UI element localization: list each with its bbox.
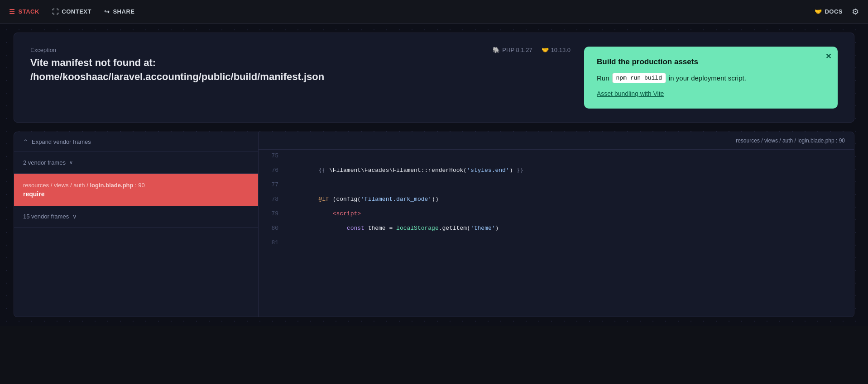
- active-frame-path: resources / views / auth / login.blade.p…: [23, 182, 249, 189]
- code-line-75: 75: [259, 150, 854, 164]
- exception-left: Exception 🐘 PHP 8.1.27 🤝 10.13.0 Vite ma…: [30, 47, 571, 84]
- line-number-81: 81: [259, 237, 286, 251]
- code-path: resources / views / auth / login.blade.p…: [736, 137, 845, 144]
- tooltip-body-suffix: in your deployment script.: [669, 74, 746, 82]
- active-frame[interactable]: resources / views / auth / login.blade.p…: [14, 174, 258, 206]
- vendor-frames-item-2[interactable]: 15 vendor frames ∨: [14, 206, 258, 228]
- code-header: resources / views / auth / login.blade.p…: [259, 132, 854, 150]
- settings-button[interactable]: ⚙: [852, 7, 859, 17]
- gear-icon: ⚙: [852, 7, 859, 16]
- line-content-75: [286, 150, 854, 164]
- docs-icon: 🤝: [815, 8, 822, 15]
- line-number-75: 75: [259, 150, 286, 164]
- line-content-80: const theme = localStorage.getItem('them…: [286, 222, 854, 237]
- share-icon: ↪: [104, 8, 110, 15]
- chevron-down-icon-2: ∨: [72, 213, 77, 220]
- bottom-panel: ⌃ Expand vendor frames 2 vendor frames ∨…: [14, 132, 854, 317]
- tooltip-code: npm run build: [612, 73, 666, 83]
- chevron-down-icon: ∨: [69, 160, 73, 166]
- exception-title: Vite manifest not found at: /home/koosha…: [30, 56, 571, 84]
- code-line-76: 76 {{ \Filament\Facades\Filament::render…: [259, 164, 854, 179]
- php-version: 🐘 PHP 8.1.27: [493, 47, 532, 53]
- docs-button[interactable]: 🤝 DOCS: [815, 8, 843, 15]
- context-label: CONTEXT: [62, 8, 91, 15]
- nav-left: ☰ STACK ⛶ CONTEXT ↪ SHARE: [9, 8, 134, 15]
- context-icon: ⛶: [52, 8, 59, 15]
- vendor-frames-item-1[interactable]: 2 vendor frames ∨: [14, 152, 258, 174]
- laravel-icon: 🤝: [542, 47, 549, 53]
- line-number-76: 76: [259, 164, 286, 179]
- stack-nav-item[interactable]: ☰ STACK: [9, 8, 39, 15]
- laravel-version: 🤝 10.13.0: [542, 47, 571, 53]
- exception-label: Exception: [30, 47, 56, 53]
- exception-meta: Exception 🐘 PHP 8.1.27 🤝 10.13.0: [30, 47, 571, 53]
- line-content-76: {{ \Filament\Facades\Filament::renderHoo…: [286, 164, 854, 179]
- right-panel: resources / views / auth / login.blade.p…: [259, 132, 854, 317]
- line-number-79: 79: [259, 208, 286, 222]
- line-content-77: [286, 179, 854, 193]
- line-number-77: 77: [259, 179, 286, 193]
- stack-label: STACK: [19, 8, 39, 15]
- line-content-81: [286, 237, 854, 251]
- context-nav-item[interactable]: ⛶ CONTEXT: [52, 8, 91, 15]
- top-navigation: ☰ STACK ⛶ CONTEXT ↪ SHARE 🤝 DOCS ⚙: [0, 0, 868, 24]
- stack-icon: ☰: [9, 8, 15, 15]
- tooltip-close-button[interactable]: ✕: [825, 52, 831, 61]
- line-number-78: 78: [259, 193, 286, 208]
- expand-vendor-frames-bar[interactable]: ⌃ Expand vendor frames: [14, 132, 258, 152]
- expand-chevron-icon: ⌃: [23, 138, 28, 145]
- code-line-80: 80 const theme = localStorage.getItem('t…: [259, 222, 854, 237]
- tooltip-title: Build the production assets: [597, 57, 825, 66]
- line-content-79: <script>: [286, 208, 854, 222]
- expand-vendor-label: Expand vendor frames: [32, 138, 91, 145]
- vendor-frames-1-label: 2 vendor frames: [23, 159, 66, 166]
- php-icon: 🐘: [493, 47, 500, 53]
- main-content: Exception 🐘 PHP 8.1.27 🤝 10.13.0 Vite ma…: [0, 24, 868, 326]
- exception-card: Exception 🐘 PHP 8.1.27 🤝 10.13.0 Vite ma…: [14, 33, 854, 123]
- code-line-79: 79 <script>: [259, 208, 854, 222]
- share-label: SHARE: [113, 8, 134, 15]
- left-panel: ⌃ Expand vendor frames 2 vendor frames ∨…: [14, 132, 259, 317]
- tooltip-link[interactable]: Asset bundling with Vite: [597, 90, 664, 97]
- nav-right: 🤝 DOCS ⚙: [815, 7, 859, 17]
- line-number-80: 80: [259, 222, 286, 237]
- tooltip-body: Run npm run build in your deployment scr…: [597, 73, 825, 83]
- tooltip-card: ✕ Build the production assets Run npm ru…: [584, 47, 838, 109]
- active-frame-method: require: [23, 190, 249, 198]
- docs-label: DOCS: [825, 8, 843, 15]
- vendor-frames-2-label: 15 vendor frames: [23, 213, 69, 220]
- code-line-78: 78 @if (config('filament.dark_mode')): [259, 193, 854, 208]
- code-area: 75 76 {{ \Filament\Facades\Filament::ren…: [259, 150, 854, 251]
- tooltip-body-prefix: Run: [597, 74, 609, 82]
- code-line-81: 81: [259, 237, 854, 251]
- line-content-78: @if (config('filament.dark_mode')): [286, 193, 854, 208]
- share-nav-item[interactable]: ↪ SHARE: [104, 8, 135, 15]
- code-line-77: 77: [259, 179, 854, 193]
